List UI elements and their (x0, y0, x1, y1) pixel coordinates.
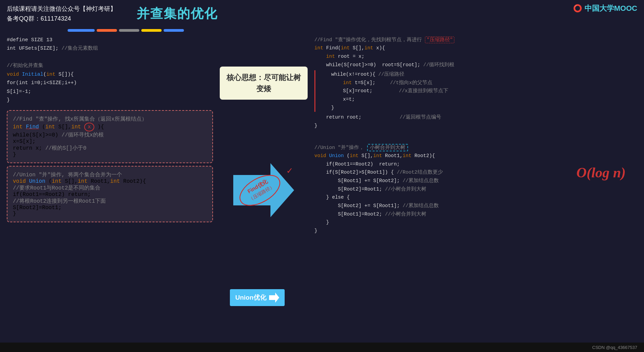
color-bar-3 (119, 29, 139, 32)
right-union-comment: //Union "并"操作， 小树合并到大树 (314, 144, 637, 152)
union-signature: void Union (int S[],int Root1,int Root2)… (13, 178, 207, 184)
for-loop: for(int i=0;i<SIZE;i++) (7, 79, 213, 87)
color-bars (68, 29, 644, 32)
left-code-block: #define SIZE 13 int UFSets[SIZE]; //集合元素… (7, 33, 213, 107)
complexity-annotation: O(log n) (573, 159, 634, 189)
void-initial: void Initial(int S[]){ (7, 70, 213, 79)
find-xassign: x=S[x]; (13, 139, 207, 145)
right-sroot2-2: S[Root2] += S[Root1]; //累加结点总数 (314, 202, 637, 210)
right-close-find: } (314, 122, 637, 130)
union-if: if(Root1==Root2) return; (13, 192, 207, 198)
find-comment: //Find "查"操作, 找x所属集合（返回x所属根结点） (13, 116, 207, 123)
right-while1: while(S[root]>=0) root=S[root]; //循环找到根 (314, 61, 637, 69)
s-assign: S[i]=-1; (7, 87, 213, 96)
color-bar-1 (68, 29, 95, 32)
csdn-watermark: CSDN @qq_43667537 (592, 345, 637, 350)
close1: } (7, 96, 213, 105)
svg-marker-4 (269, 293, 279, 303)
union-box: //Union "并"操作, 将两个集合合并为一个 void Union (in… (7, 166, 213, 222)
svg-text:O(log n): O(log n) (576, 165, 626, 181)
union-arrow-icon (269, 293, 279, 303)
main-content: #define SIZE 13 int UFSets[SIZE]; //集合元素… (0, 33, 644, 341)
right-panel: //Find "查"操作优化，先找到根节点，再进行 "压缩路径" int Fin… (311, 33, 641, 341)
find-arrow-wrapper: Find优化 （压缩路径） ✓ (233, 163, 294, 224)
right-else: } else { (314, 193, 637, 202)
define-line: #define SIZE 13 (7, 36, 213, 45)
right-sroot1-2: S[Root1]=Root2; //小树合并到大树 (314, 210, 637, 219)
union-comment: //Union "并"操作, 将两个集合合并为一个 (13, 171, 207, 178)
right-close-while2: } (319, 104, 637, 112)
right-find-comment: //Find "查"操作优化，先找到根节点，再进行 "压缩路径" (314, 36, 637, 44)
find-while: while(S[x]>=0) //循环寻找x的根 (13, 131, 207, 139)
header-line1: 后续课程请关注微信公众号【神灯考研】 (7, 4, 116, 14)
middle-panel: 核心思想：尽可能让树变矮 Find优化 （压缩路径） ✓ Union优化 (216, 33, 311, 341)
right-union-block: //Union "并"操作， 小树合并到大树 void Union (int S… (314, 141, 637, 238)
bottom-bar: CSDN @qq_43667537 (0, 343, 644, 352)
mooc-logo-text: ⭕ 中国大学MOOC (573, 4, 637, 12)
right-int-root: int root = x; (314, 52, 637, 61)
find-box: //Find "查"操作, 找x所属集合（返回x所属根结点） int Find … (7, 110, 213, 163)
mooc-logo: ⭕ 中国大学MOOC (573, 3, 637, 14)
core-idea: 核心思想：尽可能让树变矮 (220, 67, 308, 100)
union-arrow-label: Union优化 (230, 289, 285, 306)
right-int-t: int t=S[x]; //t指向x的父节点 (319, 79, 637, 87)
right-return-root: return root; //返回根节点编号 (314, 113, 637, 122)
union-close: } (13, 211, 207, 217)
header-left: 后续课程请关注微信公众号【神灯考研】 备考QQ群：611174324 (7, 4, 116, 24)
left-panel: #define SIZE 13 int UFSets[SIZE]; //集合元素… (3, 33, 216, 341)
find-signature: int Find (int S[],int x ){ (13, 123, 207, 131)
checkmark-icon: ✓ (287, 165, 292, 176)
header: 后续课程请关注微信公众号【神灯考研】 备考QQ群：611174324 并查集的优… (0, 0, 644, 28)
right-find-block: //Find "查"操作优化，先找到根节点，再进行 "压缩路径" int Fin… (314, 33, 637, 133)
union-comment3: //将根Root2连接到另一根Root1下面 (13, 198, 207, 205)
color-bar-5 (164, 29, 184, 32)
right-find-signature: int Find(int S[],int x){ (314, 44, 637, 52)
union-arrow-wrapper: Union优化 (230, 287, 297, 308)
path-compression-block: while(x!=root){ //压缩路径 int t=S[x]; //t指向… (314, 70, 637, 112)
color-bar-4 (141, 29, 162, 32)
page-title: 并查集的优化 (137, 5, 218, 22)
right-xt: x=t; (319, 95, 637, 104)
init-comment: //初始化并查集 (7, 61, 213, 70)
color-bar-2 (97, 29, 117, 32)
right-while2: while(x!=root){ //压缩路径 (319, 70, 637, 79)
right-sxroot: S[x]=root; //x直接挂到根节点下 (319, 87, 637, 95)
find-close: } (13, 152, 207, 158)
right-close-else: } (314, 218, 637, 227)
union-sassign: S[Root2]=Root1; (13, 205, 207, 211)
ufsets-line: int UFSets[SIZE]; //集合元素数组 (7, 44, 213, 53)
header-line2: 备考QQ群：611174324 (7, 14, 116, 24)
union-comment2: //要求Root1与Root2是不同的集合 (13, 184, 207, 192)
find-return: return x; //根的S[]小于0 (13, 145, 207, 152)
right-close-union: } (314, 227, 637, 235)
